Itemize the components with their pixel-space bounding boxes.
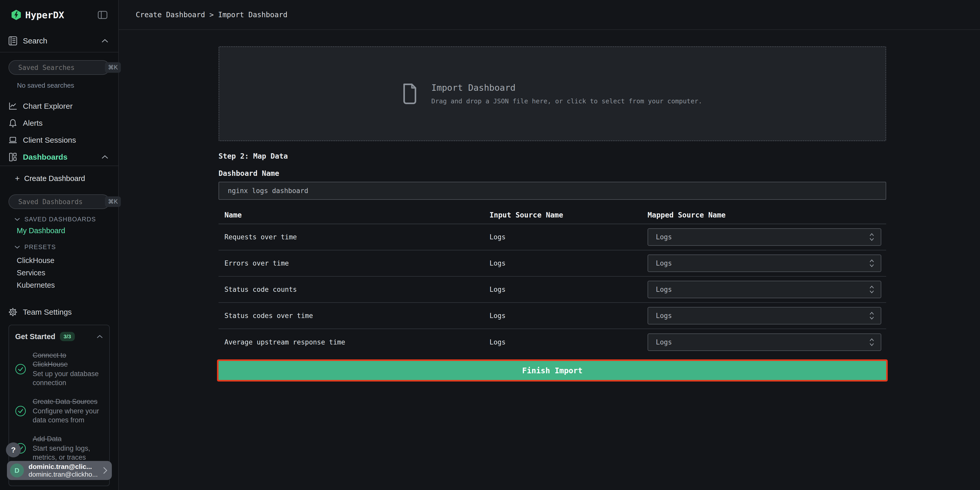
column-header-name: Name — [218, 211, 490, 219]
table-row: Errors over timeLogsLogs — [218, 250, 886, 277]
sidebar-item-services[interactable]: Services — [0, 267, 118, 279]
get-started-item-title: Create Data Sources — [33, 397, 103, 406]
step-title: Step 2: Map Data — [218, 152, 886, 161]
gear-icon — [8, 308, 17, 317]
app-title: HyperDX — [25, 10, 98, 20]
logo-row: HyperDX — [0, 0, 118, 30]
saved-searches-input[interactable]: ⌘K — [8, 60, 110, 75]
help-button[interactable]: ? — [6, 442, 21, 457]
table-header-row: Name Input Source Name Mapped Source Nam… — [218, 207, 886, 224]
input-source-cell: Logs — [490, 233, 648, 241]
saved-dashboards-field[interactable] — [18, 198, 105, 206]
sidebar-item-client-sessions[interactable]: Client Sessions — [0, 132, 118, 149]
get-started-progress-badge: 3/3 — [60, 332, 75, 341]
chevron-down-icon — [14, 245, 20, 249]
tile-name-cell: Status code counts — [218, 286, 490, 293]
mapped-source-cell: Logs — [648, 228, 886, 246]
table-row: Status codes over timeLogsLogs — [218, 303, 886, 329]
table-row: Requests over timeLogsLogs — [218, 224, 886, 250]
select-chevrons-icon — [869, 311, 875, 320]
import-dashboard-content: Import Dashboard Drag and drop a JSON fi… — [218, 30, 886, 380]
topbar: Create Dashboard > Import Dashboard — [119, 0, 980, 30]
get-started-item[interactable]: Create Data SourcesConfigure where your … — [15, 397, 103, 425]
mapped-source-select[interactable]: Logs — [648, 228, 881, 246]
input-source-cell: Logs — [490, 312, 648, 320]
mapped-source-select[interactable]: Logs — [648, 333, 881, 351]
breadcrumb: Create Dashboard > Import Dashboard — [136, 11, 288, 19]
column-header-mapped-source: Mapped Source Name — [648, 211, 886, 219]
main-area: Create Dashboard > Import Dashboard Impo… — [119, 0, 980, 490]
file-icon — [402, 83, 417, 104]
select-chevrons-icon — [869, 338, 875, 347]
chevron-up-icon — [101, 39, 108, 43]
presets-group[interactable]: PRESETS — [14, 242, 118, 252]
get-started-items: Connect to ClickHouseSet up your databas… — [15, 351, 103, 462]
search-section-label: Search — [23, 37, 101, 45]
get-started-item-title: Add Data — [33, 434, 103, 444]
mapped-source-cell: Logs — [648, 333, 886, 351]
input-source-cell: Logs — [490, 286, 648, 293]
get-started-title: Get Started — [15, 332, 55, 341]
journal-icon — [8, 36, 17, 46]
select-chevrons-icon — [869, 285, 875, 294]
no-saved-searches-text: No saved searches — [17, 81, 118, 89]
sidebar-item-kubernetes[interactable]: Kubernetes — [0, 279, 118, 291]
finish-import-button[interactable]: Finish Import — [218, 361, 886, 380]
column-header-input-source: Input Source Name — [490, 211, 648, 219]
mapped-source-cell: Logs — [648, 255, 886, 272]
table-row: Status code countsLogsLogs — [218, 277, 886, 303]
get-started-item-title: Connect to ClickHouse — [33, 351, 103, 369]
mapped-source-select[interactable]: Logs — [648, 307, 881, 325]
sidebar-toggle-icon[interactable] — [98, 11, 107, 19]
tile-name-cell: Requests over time — [218, 233, 490, 241]
table-body: Requests over timeLogsLogsErrors over ti… — [218, 224, 886, 355]
saved-dashboards-group[interactable]: SAVED DASHBOARDS — [14, 214, 118, 224]
get-started-item-desc: Set up your database connection — [33, 369, 103, 387]
laptop-icon — [8, 137, 17, 144]
sidebar-item-team-settings[interactable]: Team Settings — [0, 304, 118, 321]
tile-name-cell: Average upstream response time — [218, 338, 490, 346]
sidebar-item-chart-explorer[interactable]: Chart Explorer — [0, 98, 118, 115]
get-started-item[interactable]: Connect to ClickHouseSet up your databas… — [15, 351, 103, 387]
select-chevrons-icon — [869, 233, 875, 242]
check-circle-icon — [15, 406, 26, 417]
chevron-up-icon — [96, 335, 103, 339]
sidebar-item-clickhouse[interactable]: ClickHouse — [0, 254, 118, 267]
get-started-item-desc: Start sending logs, metrics, or traces — [33, 444, 103, 462]
get-started-header[interactable]: Get Started 3/3 — [15, 332, 103, 341]
user-name: dominic.tran@clic... — [29, 463, 103, 471]
mapped-source-select[interactable]: Logs — [648, 281, 881, 298]
dropzone-title: Import Dashboard — [431, 83, 702, 93]
user-menu[interactable]: D dominic.tran@clic... dominic.tran@clic… — [7, 461, 112, 480]
saved-searches-field[interactable] — [18, 64, 105, 72]
sidebar-item-alerts[interactable]: Alerts — [0, 115, 118, 132]
create-dashboard-button[interactable]: + Create Dashboard — [0, 170, 118, 187]
mapped-source-cell: Logs — [648, 307, 886, 325]
sidebar-nav: Chart Explorer Alerts Client Sessions — [0, 98, 118, 165]
dashboard-name-input[interactable] — [218, 182, 886, 200]
get-started-item[interactable]: Add DataStart sending logs, metrics, or … — [15, 434, 103, 462]
json-dropzone[interactable]: Import Dashboard Drag and drop a JSON fi… — [218, 46, 886, 141]
dashboard-name-label: Dashboard Name — [218, 169, 886, 178]
sidebar-item-dashboards[interactable]: Dashboards — [0, 149, 118, 165]
get-started-item-desc: Configure where your data comes from — [33, 407, 103, 425]
shortcut-badge: ⌘K — [105, 196, 121, 207]
mapped-source-cell: Logs — [648, 281, 886, 298]
select-chevrons-icon — [869, 259, 875, 267]
saved-dashboards-input[interactable]: ⌘K — [8, 194, 110, 209]
mapped-source-select[interactable]: Logs — [648, 255, 881, 272]
chart-icon — [8, 102, 17, 110]
hyperdx-logo-icon — [11, 10, 21, 20]
sidebar: HyperDX Search ⌘K No saved searches — [0, 0, 119, 490]
chevron-up-icon — [101, 155, 108, 159]
user-email: dominic.tran@clickho... — [29, 471, 103, 478]
dashboard-grid-icon — [8, 153, 17, 161]
chevron-down-icon — [14, 218, 20, 221]
sidebar-item-my-dashboard[interactable]: My Dashboard — [0, 224, 118, 237]
plus-icon: + — [15, 174, 24, 183]
input-source-cell: Logs — [490, 259, 648, 267]
table-row: Average upstream response timeLogsLogs — [218, 329, 886, 355]
sidebar-section-search[interactable]: Search — [0, 30, 118, 52]
input-source-cell: Logs — [490, 338, 648, 346]
avatar: D — [10, 463, 24, 477]
